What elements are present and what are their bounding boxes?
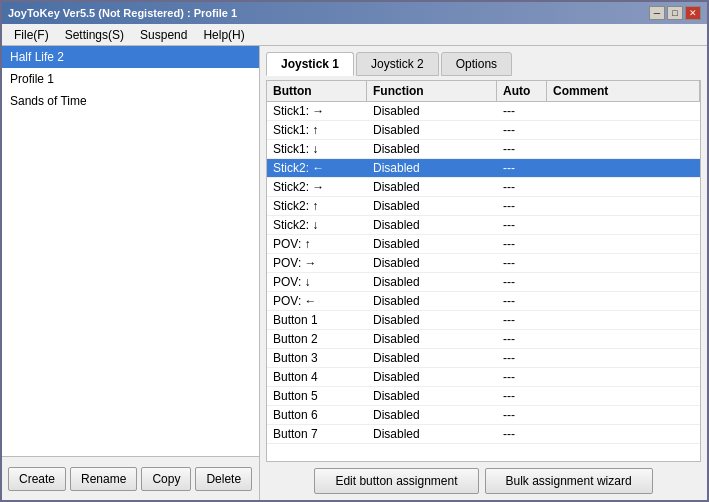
- table-cell: ---: [497, 140, 547, 158]
- tab-options[interactable]: Options: [441, 52, 512, 76]
- table-row[interactable]: Stick2: ↑Disabled---: [267, 197, 700, 216]
- close-button[interactable]: ✕: [685, 6, 701, 20]
- table-row[interactable]: POV: ↓Disabled---: [267, 273, 700, 292]
- tab-bar: Joystick 1 Joystick 2 Options: [266, 52, 701, 76]
- bulk-wizard-button[interactable]: Bulk assignment wizard: [485, 468, 653, 494]
- table-cell: [547, 140, 700, 158]
- table-cell: ---: [497, 406, 547, 424]
- right-panel: Joystick 1 Joystick 2 Options Button Fun…: [260, 46, 707, 500]
- title-bar: JoyToKey Ver5.5 (Not Registered) : Profi…: [2, 2, 707, 24]
- table-row[interactable]: Button 6Disabled---: [267, 406, 700, 425]
- table-cell: [547, 254, 700, 272]
- table-cell: Button 2: [267, 330, 367, 348]
- table-row[interactable]: Stick1: ↑Disabled---: [267, 121, 700, 140]
- table-cell: [547, 178, 700, 196]
- table-row[interactable]: Button 5Disabled---: [267, 387, 700, 406]
- left-panel: Half Life 2 Profile 1 Sands of Time Crea…: [2, 46, 260, 500]
- table-cell: Stick1: ↑: [267, 121, 367, 139]
- table-cell: ---: [497, 292, 547, 310]
- table-cell: POV: ←: [267, 292, 367, 310]
- table-cell: Stick2: →: [267, 178, 367, 196]
- table-cell: Button 4: [267, 368, 367, 386]
- col-header-button: Button: [267, 81, 367, 101]
- window-title: JoyToKey Ver5.5 (Not Registered) : Profi…: [8, 7, 237, 19]
- table-row[interactable]: POV: →Disabled---: [267, 254, 700, 273]
- col-header-comment: Comment: [547, 81, 700, 101]
- table-cell: [547, 121, 700, 139]
- table-cell: [547, 406, 700, 424]
- table-cell: ---: [497, 216, 547, 234]
- profile-item-1[interactable]: Profile 1: [2, 68, 259, 90]
- table-cell: [547, 216, 700, 234]
- table-cell: ---: [497, 254, 547, 272]
- table-cell: Disabled: [367, 349, 497, 367]
- create-button[interactable]: Create: [8, 467, 66, 491]
- rename-button[interactable]: Rename: [70, 467, 137, 491]
- edit-assignment-button[interactable]: Edit button assignment: [314, 468, 478, 494]
- profile-list: Half Life 2 Profile 1 Sands of Time: [2, 46, 259, 456]
- table-cell: POV: →: [267, 254, 367, 272]
- table-cell: Disabled: [367, 235, 497, 253]
- table-cell: Disabled: [367, 140, 497, 158]
- table-row[interactable]: Button 7Disabled---: [267, 425, 700, 444]
- table-cell: ---: [497, 311, 547, 329]
- table-cell: Button 6: [267, 406, 367, 424]
- tab-joystick1[interactable]: Joystick 1: [266, 52, 354, 76]
- table-cell: [547, 292, 700, 310]
- profile-item-2[interactable]: Sands of Time: [2, 90, 259, 112]
- table-cell: [547, 368, 700, 386]
- table-cell: ---: [497, 159, 547, 177]
- tab-joystick2[interactable]: Joystick 2: [356, 52, 439, 76]
- left-button-bar: Create Rename Copy Delete: [2, 456, 259, 500]
- table-cell: ---: [497, 178, 547, 196]
- table-row[interactable]: Button 1Disabled---: [267, 311, 700, 330]
- table-cell: Disabled: [367, 406, 497, 424]
- table-cell: Disabled: [367, 292, 497, 310]
- menu-settings[interactable]: Settings(S): [57, 26, 132, 43]
- table-cell: [547, 330, 700, 348]
- table-cell: ---: [497, 349, 547, 367]
- table-row[interactable]: Stick2: ←Disabled---: [267, 159, 700, 178]
- table-cell: ---: [497, 197, 547, 215]
- menu-file[interactable]: File(F): [6, 26, 57, 43]
- table-row[interactable]: Button 4Disabled---: [267, 368, 700, 387]
- table-cell: Stick2: ←: [267, 159, 367, 177]
- table-cell: Disabled: [367, 387, 497, 405]
- table-cell: Disabled: [367, 121, 497, 139]
- table-row[interactable]: POV: ↑Disabled---: [267, 235, 700, 254]
- profile-item-0[interactable]: Half Life 2: [2, 46, 259, 68]
- table-cell: [547, 273, 700, 291]
- table-row[interactable]: POV: ←Disabled---: [267, 292, 700, 311]
- menu-suspend[interactable]: Suspend: [132, 26, 195, 43]
- table-row[interactable]: Stick2: ↓Disabled---: [267, 216, 700, 235]
- table-row[interactable]: Button 2Disabled---: [267, 330, 700, 349]
- table-cell: Disabled: [367, 330, 497, 348]
- table-cell: Disabled: [367, 197, 497, 215]
- copy-button[interactable]: Copy: [141, 467, 191, 491]
- table-cell: Disabled: [367, 273, 497, 291]
- table-row[interactable]: Stick2: →Disabled---: [267, 178, 700, 197]
- table-cell: ---: [497, 235, 547, 253]
- table-cell: [547, 197, 700, 215]
- table-row[interactable]: Stick1: →Disabled---: [267, 102, 700, 121]
- table-cell: Stick2: ↑: [267, 197, 367, 215]
- table-body: Stick1: →Disabled---Stick1: ↑Disabled---…: [267, 102, 700, 461]
- table-cell: Stick2: ↓: [267, 216, 367, 234]
- title-controls: ─ □ ✕: [649, 6, 701, 20]
- table-cell: Button 1: [267, 311, 367, 329]
- delete-button[interactable]: Delete: [195, 467, 252, 491]
- table-row[interactable]: Stick1: ↓Disabled---: [267, 140, 700, 159]
- table-cell: ---: [497, 425, 547, 443]
- table-cell: Disabled: [367, 216, 497, 234]
- maximize-button[interactable]: □: [667, 6, 683, 20]
- main-window: JoyToKey Ver5.5 (Not Registered) : Profi…: [0, 0, 709, 502]
- table-row[interactable]: Button 3Disabled---: [267, 349, 700, 368]
- table-cell: [547, 159, 700, 177]
- table-cell: ---: [497, 330, 547, 348]
- menu-help[interactable]: Help(H): [195, 26, 252, 43]
- table-cell: Stick1: →: [267, 102, 367, 120]
- table-cell: [547, 349, 700, 367]
- content-area: Half Life 2 Profile 1 Sands of Time Crea…: [2, 46, 707, 500]
- minimize-button[interactable]: ─: [649, 6, 665, 20]
- table-cell: [547, 235, 700, 253]
